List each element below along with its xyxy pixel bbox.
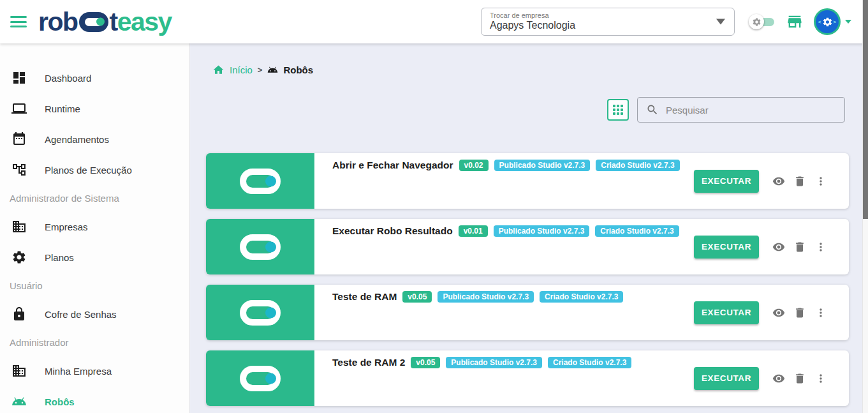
sidebar-item-agendamentos[interactable]: Agendamentos: [0, 124, 189, 154]
robot-title: Teste de RAM: [332, 291, 397, 303]
more-options-icon[interactable]: [814, 175, 827, 188]
chevron-left-icon: <: [818, 19, 821, 25]
sidebar-nav: Dashboard Runtime Agendamentos Planos de…: [0, 63, 189, 413]
main-content: Início > Robôs Abrir e Fechar Navegador …: [191, 43, 868, 413]
settings-toggle[interactable]: [749, 13, 776, 30]
lock-icon: [11, 306, 27, 322]
execute-button[interactable]: EXECUTAR: [694, 367, 759, 390]
logo-text-t: t: [110, 9, 117, 35]
laptop-icon: [11, 101, 27, 116]
grid-view-button[interactable]: [607, 99, 629, 121]
dashboard-icon: [11, 70, 27, 86]
chevron-down-icon: [716, 19, 725, 25]
view-icon[interactable]: [772, 175, 785, 188]
toggle-icon: [240, 234, 281, 260]
view-icon[interactable]: [772, 306, 785, 319]
scrollbar-thumb[interactable]: [863, 0, 868, 219]
company-select[interactable]: Trocar de empresa Agapys Tecnologia: [481, 8, 735, 36]
sidebar-item-label: Planos de Execução: [45, 165, 132, 176]
search-box: [637, 97, 845, 123]
menu-icon[interactable]: [10, 16, 27, 27]
view-icon[interactable]: [772, 372, 785, 385]
grid-icon: [613, 105, 623, 115]
robot-card: Teste de RAM v0.05 Publicado Studio v2.7…: [206, 285, 849, 340]
gear-icon: [822, 17, 833, 27]
avatar[interactable]: < >: [814, 8, 841, 35]
sidebar-item-dashboard[interactable]: Dashboard: [0, 63, 189, 93]
toggle-icon: [240, 300, 281, 326]
execute-button[interactable]: EXECUTAR: [694, 170, 759, 193]
sidebar-section-label: Administrador: [0, 329, 189, 356]
studio-badge: Criado Studio v2.7.3: [595, 225, 679, 237]
sidebar-item-planos-de-execucao[interactable]: Planos de Execução: [0, 154, 189, 185]
sidebar-item-minha-empresa[interactable]: Minha Empresa: [0, 356, 189, 386]
more-options-icon[interactable]: [814, 241, 827, 253]
delete-icon[interactable]: [793, 241, 806, 253]
chevron-right-icon: >: [834, 19, 837, 25]
breadcrumb-separator: >: [258, 65, 263, 75]
toggle-icon: [240, 169, 281, 194]
gear-icon: [752, 17, 761, 27]
studio-badge: Criado Studio v2.7.3: [548, 357, 631, 368]
building-icon: [11, 219, 27, 234]
search-input[interactable]: [637, 97, 845, 123]
app-logo: robteasy: [38, 9, 172, 35]
delete-icon[interactable]: [793, 372, 806, 385]
home-icon: [212, 64, 224, 76]
version-badge: v0.01: [459, 225, 488, 237]
execute-button[interactable]: EXECUTAR: [694, 236, 759, 259]
robot-thumbnail: [206, 285, 314, 340]
sidebar: Dashboard Runtime Agendamentos Planos de…: [0, 43, 190, 413]
version-badge: v0.05: [411, 357, 440, 368]
android-icon: [267, 64, 278, 75]
logo-toggle-icon: [79, 12, 108, 32]
tree-icon: [11, 162, 27, 177]
page-scrollbar[interactable]: [862, 0, 868, 413]
logo-text-easy: easy: [117, 9, 172, 35]
robot-title: Teste de RAM 2: [332, 357, 405, 368]
view-icon[interactable]: [772, 241, 785, 253]
studio-badge: Publicado Studio v2.7.3: [494, 225, 590, 237]
sidebar-item-label: Dashboard: [45, 73, 91, 84]
more-options-icon[interactable]: [814, 306, 827, 319]
company-select-value: Agapys Tecnologia: [490, 20, 709, 31]
toggle-icon: [240, 366, 281, 391]
studio-badge: Publicado Studio v2.7.3: [438, 291, 534, 303]
delete-icon[interactable]: [793, 175, 806, 188]
robot-thumbnail: [206, 219, 314, 274]
breadcrumb-current: Robôs: [283, 64, 313, 75]
sidebar-item-robos[interactable]: Robôs: [0, 386, 189, 413]
company-select-label: Trocar de empresa: [490, 11, 709, 19]
execute-button[interactable]: EXECUTAR: [694, 301, 759, 324]
sidebar-item-label: Agendamentos: [45, 134, 109, 145]
sidebar-item-empresas[interactable]: Empresas: [0, 211, 189, 242]
robot-thumbnail: [206, 350, 314, 406]
studio-badge: Publicado Studio v2.7.3: [446, 357, 542, 368]
avatar-caret-icon[interactable]: [845, 20, 851, 24]
sidebar-item-label: Minha Empresa: [45, 366, 112, 377]
store-icon[interactable]: [786, 13, 804, 31]
delete-icon[interactable]: [793, 306, 806, 319]
robot-card: Abrir e Fechar Navegador v0.02 Publicado…: [206, 153, 849, 209]
sidebar-item-planos[interactable]: Planos: [0, 242, 189, 273]
robot-thumbnail: [206, 153, 314, 209]
sidebar-item-cofre-de-senhas[interactable]: Cofre de Senhas: [0, 299, 189, 329]
robot-title: Abrir e Fechar Navegador: [332, 160, 453, 171]
app-header: robteasy Trocar de empresa Agapys Tecnol…: [0, 0, 868, 43]
studio-badge: Criado Studio v2.7.3: [540, 291, 623, 303]
sidebar-item-label: Empresas: [45, 222, 88, 232]
sidebar-item-label: Runtime: [45, 103, 80, 114]
sidebar-item-label: Planos: [45, 252, 74, 263]
more-options-icon[interactable]: [814, 372, 827, 385]
sidebar-item-label: Robôs: [45, 396, 75, 407]
version-badge: v0.02: [459, 160, 489, 171]
studio-badge: Criado Studio v2.7.3: [596, 160, 679, 171]
toolbar: [191, 97, 845, 123]
sidebar-section-label: Administrador de Sistema: [0, 185, 189, 211]
sidebar-item-runtime[interactable]: Runtime: [0, 93, 189, 124]
android-icon: [11, 394, 27, 409]
sidebar-section-label: Usuário: [0, 273, 189, 299]
breadcrumb-home-link[interactable]: Início: [230, 64, 253, 75]
building-icon: [11, 363, 27, 379]
studio-badge: Publicado Studio v2.7.3: [494, 160, 591, 171]
